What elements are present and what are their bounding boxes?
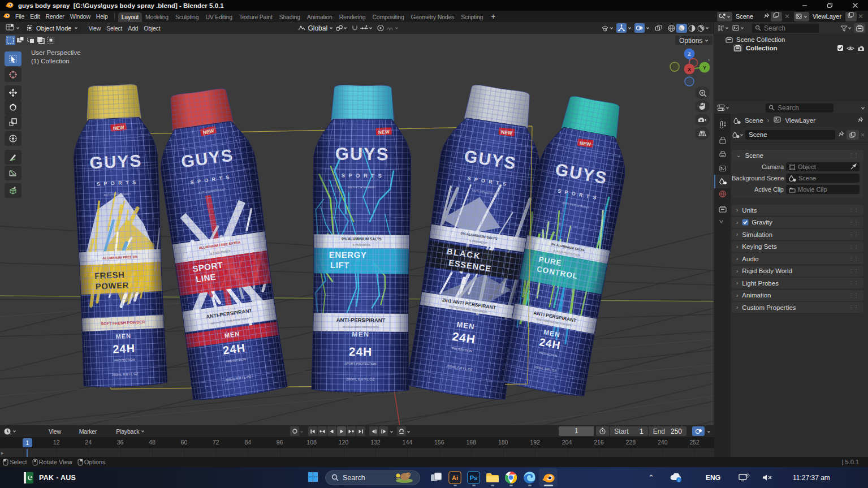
svg-text:Z: Z bbox=[688, 51, 691, 57]
svg-text:X: X bbox=[688, 67, 691, 72]
svg-text:Ai: Ai bbox=[452, 474, 458, 481]
svg-text:Y: Y bbox=[703, 65, 706, 71]
svg-text:Ps: Ps bbox=[470, 474, 477, 481]
